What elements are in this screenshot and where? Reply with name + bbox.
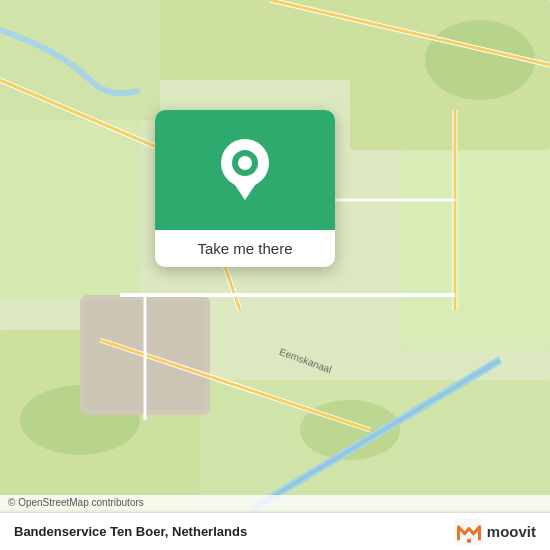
popup-card: Take me there	[155, 110, 335, 267]
copyright-bar: © OpenStreetMap contributors	[0, 495, 550, 510]
take-me-there-button[interactable]: Take me there	[155, 230, 335, 267]
location-title: Bandenservice Ten Boer, Netherlands	[14, 524, 247, 539]
svg-rect-3	[0, 120, 140, 300]
svg-rect-5	[400, 150, 550, 350]
svg-rect-1	[0, 0, 160, 120]
moovit-text: moovit	[487, 523, 536, 540]
svg-marker-30	[233, 182, 257, 200]
location-pin-icon	[220, 138, 270, 203]
footer: Bandenservice Ten Boer, Netherlands moov…	[0, 512, 550, 550]
moovit-icon	[455, 518, 483, 546]
popup-green-area	[155, 110, 335, 230]
svg-point-28	[221, 139, 269, 187]
moovit-logo: moovit	[455, 518, 536, 546]
map-container: N993 N993 N993 N360 N360 N360 N865 Eemsk…	[0, 0, 550, 550]
svg-point-32	[467, 538, 471, 542]
